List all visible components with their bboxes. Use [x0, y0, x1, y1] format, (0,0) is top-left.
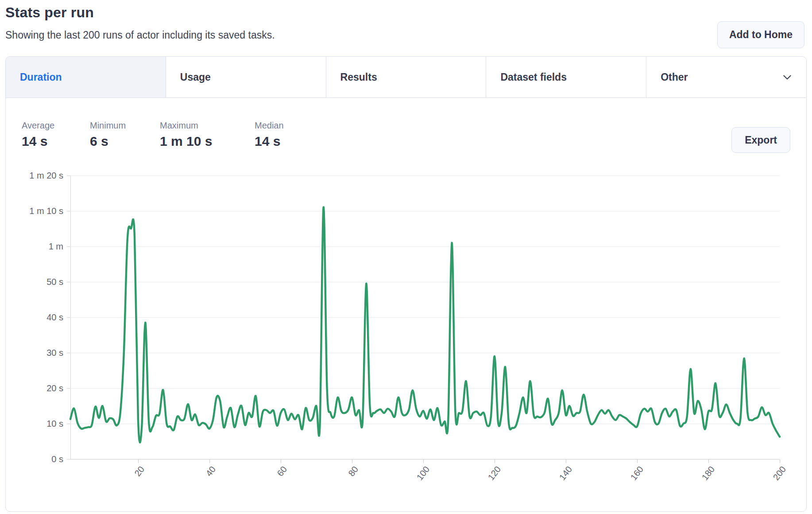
- y-axis-tick-label: 20 s: [6, 382, 63, 394]
- y-axis-tick-label: 50 s: [6, 276, 63, 288]
- y-axis-tick-label: 10 s: [6, 418, 63, 429]
- x-axis-tick-label: 120: [486, 464, 503, 482]
- y-axis-tick-label: 40 s: [6, 312, 63, 323]
- y-axis-tick: [67, 175, 70, 176]
- y-axis-tick-label: 30 s: [6, 347, 63, 358]
- y-axis-tick-label: 1 m: [6, 241, 63, 252]
- x-axis-tick-label: 60: [275, 464, 289, 479]
- y-axis-tick: [67, 353, 70, 353]
- page-subtitle: Showing the last 200 runs of actor inclu…: [5, 29, 275, 41]
- y-axis-tick: [67, 388, 70, 389]
- x-axis-tick-label: 160: [628, 464, 646, 482]
- y-axis-tick-label: 1 m 10 s: [6, 205, 63, 217]
- duration-line-chart: [70, 164, 780, 465]
- tab-other-label: Other: [661, 71, 688, 83]
- x-axis-tick-label: 40: [204, 464, 218, 479]
- chevron-down-icon: [781, 71, 793, 83]
- chart-area: Average 14 s Minimum 6 s Maximum 1 m 10 …: [6, 97, 806, 511]
- x-axis-tick-label: 20: [132, 464, 147, 479]
- tab-results[interactable]: Results: [326, 57, 487, 97]
- y-axis-tick-label: 0 s: [6, 453, 63, 465]
- tab-usage[interactable]: Usage: [166, 57, 326, 97]
- y-axis-tick: [67, 282, 70, 282]
- y-axis-tick: [67, 246, 70, 247]
- tab-other[interactable]: Other: [646, 57, 806, 97]
- y-axis-tick: [67, 459, 70, 459]
- add-to-home-button[interactable]: Add to Home: [717, 21, 804, 48]
- stats-card: Duration Usage Results Dataset fields Ot…: [5, 56, 807, 512]
- x-axis-tick-label: 180: [700, 464, 717, 482]
- y-axis-tick-label: 1 m 20 s: [6, 170, 63, 181]
- duration-line-series: [70, 207, 780, 443]
- tab-bar: Duration Usage Results Dataset fields Ot…: [6, 57, 806, 98]
- x-axis-tick-label: 80: [346, 464, 360, 479]
- x-axis-tick-label: 140: [557, 464, 574, 482]
- x-axis-tick-label: 200: [771, 464, 788, 482]
- x-axis-tick: [780, 459, 780, 463]
- y-axis-tick: [67, 211, 70, 211]
- x-axis-tick-label: 100: [414, 464, 432, 482]
- y-axis-tick: [67, 424, 70, 424]
- page-title: Stats per run: [5, 4, 94, 21]
- y-axis-tick: [67, 317, 70, 318]
- tab-dataset-fields[interactable]: Dataset fields: [486, 57, 646, 97]
- tab-duration[interactable]: Duration: [6, 57, 166, 97]
